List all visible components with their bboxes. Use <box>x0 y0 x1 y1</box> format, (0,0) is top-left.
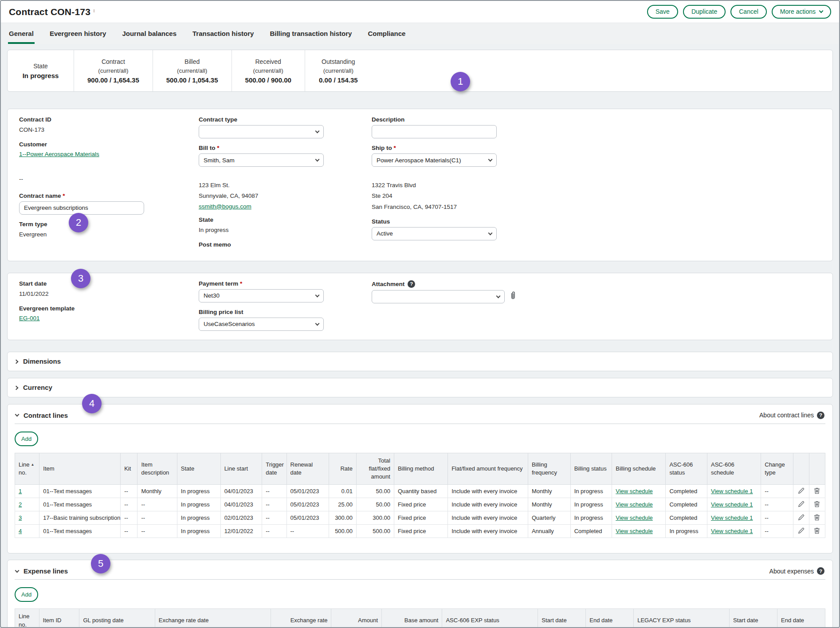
add-expense-line-button[interactable]: Add <box>15 587 38 602</box>
edit-icon[interactable] <box>793 525 809 538</box>
column-header[interactable]: State <box>177 453 220 485</box>
column-header[interactable]: Rate <box>329 453 357 485</box>
delete-icon[interactable] <box>809 511 825 525</box>
tab-transaction-history[interactable]: Transaction history <box>192 23 254 44</box>
table-cell: -- <box>761 511 793 525</box>
contract-name-input[interactable]: Evergreen subscriptions <box>19 201 144 215</box>
tab-billing-transaction-history[interactable]: Billing transaction history <box>270 23 352 44</box>
dimensions-section-title: Dimensions <box>23 357 61 365</box>
column-header[interactable]: End date <box>586 609 634 628</box>
duplicate-button[interactable]: Duplicate <box>683 5 726 19</box>
column-header[interactable]: Amount <box>331 609 382 628</box>
column-header[interactable]: ASC-606 status <box>666 453 707 485</box>
save-button[interactable]: Save <box>647 5 678 19</box>
help-icon[interactable]: ? <box>817 412 824 419</box>
column-header[interactable]: Line start <box>220 453 262 485</box>
column-header[interactable]: Billing frequency <box>528 453 570 485</box>
contract-type-select[interactable] <box>199 125 324 138</box>
more-actions-button[interactable]: More actions <box>772 5 831 19</box>
column-header[interactable]: Start date <box>730 609 777 628</box>
column-header[interactable]: Billing status <box>570 453 612 485</box>
column-header[interactable]: Renewal date <box>287 453 329 485</box>
delete-icon[interactable] <box>809 525 825 538</box>
table-cell: 300.00 <box>356 511 394 525</box>
currency-section-toggle[interactable]: Currency <box>7 378 833 397</box>
bill-email-link[interactable]: ssmith@bogus.com <box>199 203 251 210</box>
edit-icon[interactable] <box>793 511 809 525</box>
form-column-3: Description Ship to Power Aerospace Mate… <box>372 116 821 250</box>
help-icon[interactable]: ? <box>408 280 415 288</box>
column-header[interactable]: Change type <box>761 453 793 485</box>
attachment-label: Attachment <box>372 281 404 287</box>
view-schedule-link[interactable]: View schedule <box>616 528 653 534</box>
description-input[interactable] <box>372 125 497 138</box>
evergreen-template-link[interactable]: EG-001 <box>19 315 40 322</box>
view-asc606-schedule-link[interactable]: View schedule 1 <box>711 528 753 534</box>
table-cell: -- <box>287 525 329 538</box>
column-header[interactable]: Item ID <box>39 609 79 628</box>
column-header[interactable]: Kit <box>121 453 137 485</box>
paperclip-icon[interactable] <box>509 291 517 302</box>
view-asc606-schedule-link[interactable]: View schedule 1 <box>711 514 753 521</box>
table-cell: -- <box>262 485 287 498</box>
main-content: StateIn progressContract(current/all)900… <box>1 44 839 628</box>
view-schedule-link[interactable]: View schedule <box>616 514 653 521</box>
column-header[interactable]: Billing schedule <box>612 453 666 485</box>
add-contract-line-button[interactable]: Add <box>15 432 38 446</box>
help-icon[interactable]: ? <box>817 567 824 575</box>
contract-lines-card: Contract lines About contract lines ? Ad… <box>7 404 833 554</box>
contract-lines-toggle[interactable]: Contract lines <box>16 412 68 419</box>
column-header[interactable]: ASC-606 EXP status <box>442 609 538 628</box>
column-header[interactable]: Line no. <box>15 609 39 628</box>
column-header[interactable]: LEGACY EXP status <box>634 609 730 628</box>
column-header[interactable]: Trigger date <box>262 453 287 485</box>
cancel-button[interactable]: Cancel <box>730 5 767 19</box>
tab-journal-balances[interactable]: Journal balances <box>122 23 177 44</box>
column-header[interactable]: Billing method <box>394 453 447 485</box>
line-number-link[interactable]: 4 <box>19 528 22 534</box>
expense-lines-toggle[interactable]: Expense lines <box>16 567 68 575</box>
edit-icon[interactable] <box>793 485 809 498</box>
delete-icon[interactable] <box>809 485 825 498</box>
line-number-link[interactable]: 1 <box>19 488 22 495</box>
table-cell: 05/01/2023 <box>287 511 329 525</box>
bill-to-select[interactable]: Smith, Sam <box>199 153 324 167</box>
tab-general[interactable]: General <box>9 23 34 44</box>
column-header[interactable]: Exchange rate date <box>155 609 271 628</box>
column-header[interactable]: Item description <box>137 453 177 485</box>
view-asc606-schedule-link[interactable]: View schedule 1 <box>711 501 753 508</box>
chevron-down-icon <box>488 231 493 235</box>
edit-icon[interactable] <box>793 498 809 511</box>
column-header[interactable]: ASC-606 schedule <box>707 453 761 485</box>
table-cell: In progress <box>177 485 220 498</box>
column-header[interactable]: Line▲no. <box>15 453 39 485</box>
line-number-link[interactable]: 2 <box>19 501 22 508</box>
column-header[interactable]: Item <box>39 453 121 485</box>
attachment-select[interactable] <box>372 290 505 303</box>
column-header[interactable]: Base amount <box>382 609 442 628</box>
column-header[interactable]: Exchange rate <box>271 609 331 628</box>
column-header[interactable]: GL posting date <box>79 609 155 628</box>
delete-icon[interactable] <box>809 498 825 511</box>
column-header[interactable]: Start date <box>538 609 586 628</box>
table-cell: 4 <box>15 525 39 538</box>
view-schedule-link[interactable]: View schedule <box>616 501 653 508</box>
customer-link[interactable]: 1--Power Aerospace Materials <box>19 151 99 157</box>
table-cell: 1 <box>15 485 39 498</box>
dimensions-section-toggle[interactable]: Dimensions <box>7 352 833 371</box>
column-header[interactable]: Flat/fixed amount frequency <box>448 453 528 485</box>
ship-address-line: Ste 204 <box>372 191 821 201</box>
view-schedule-link[interactable]: View schedule <box>616 488 653 495</box>
payment-term-select[interactable]: Net30 <box>199 289 324 302</box>
tab-compliance[interactable]: Compliance <box>368 23 405 44</box>
table-cell: 25.00 <box>329 498 357 511</box>
column-header[interactable]: Total flat/fixed amount <box>356 453 394 485</box>
table-cell: Monthly <box>528 498 570 511</box>
billing-price-list-select[interactable]: UseCaseScenarios <box>199 318 324 331</box>
view-asc606-schedule-link[interactable]: View schedule 1 <box>711 488 753 495</box>
tab-evergreen-history[interactable]: Evergreen history <box>50 23 106 44</box>
status-select[interactable]: Active <box>372 227 497 240</box>
column-header[interactable]: End date <box>777 609 825 628</box>
ship-to-select[interactable]: Power Aerospace Materials(C1) <box>372 153 497 167</box>
line-number-link[interactable]: 3 <box>19 514 22 521</box>
